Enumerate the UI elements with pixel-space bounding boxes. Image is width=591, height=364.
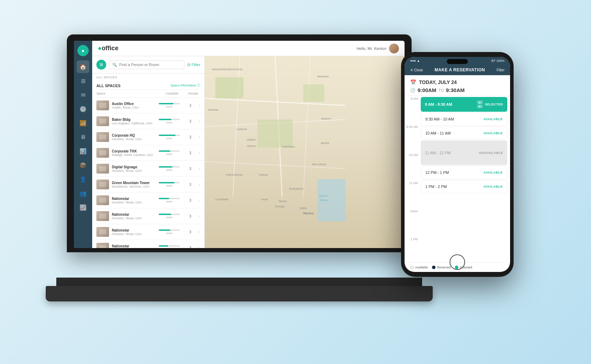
phone-camera bbox=[447, 59, 468, 64]
sidebar-icon-home[interactable]: 🏠 bbox=[77, 60, 89, 73]
spaces-panel: ⊞ 🔍 ⊟ Filter bbox=[92, 56, 205, 248]
availability-fill bbox=[159, 150, 170, 152]
time-label: 10 AM bbox=[405, 152, 421, 180]
time-slot[interactable]: 9 AM - 9:30 AM ▲ ▼ SELECTED bbox=[421, 97, 507, 112]
sidebar-icon-chart[interactable]: 📊 bbox=[77, 145, 89, 157]
time-labels: 9 AM9:30 AM10 AM11 AMNoon1 PM bbox=[405, 96, 421, 262]
space-row[interactable]: Nationstar Houston, Texas, USA xx/xx 3 › bbox=[92, 224, 204, 240]
space-name: Green Mountain Tower bbox=[112, 181, 155, 185]
phone-filter-button[interactable]: Filter bbox=[497, 68, 504, 72]
time-label: 9:30 AM bbox=[405, 124, 421, 152]
space-people-count: 3 bbox=[183, 104, 197, 108]
filter-button[interactable]: ⊟ Filter bbox=[187, 63, 200, 67]
svg-text:Midland: Midland bbox=[247, 138, 256, 141]
availability-bar bbox=[159, 229, 180, 231]
search-icon: 🔍 bbox=[112, 63, 117, 67]
sidebar-icon-user[interactable]: 👤 bbox=[77, 173, 89, 186]
space-location: Houston, Texas, USA bbox=[112, 137, 155, 141]
space-thumbnail bbox=[96, 180, 109, 189]
space-name: Digital Signage bbox=[112, 165, 155, 169]
laptop: ● 🏠 ⊞ ✉ 🕐 📶 🖥 📊 📦 👤 👥 📈 bbox=[67, 34, 412, 337]
space-availability: xx/xx bbox=[155, 150, 183, 156]
availability-bar bbox=[159, 119, 180, 120]
space-row[interactable]: Baker Bldg Los Angeles, California, USA … bbox=[92, 113, 204, 129]
space-info: Nationstar Houston, Texas, USA bbox=[112, 244, 155, 248]
svg-text:Delicias: Delicias bbox=[259, 174, 268, 176]
app-sidebar: ● 🏠 ⊞ ✉ 🕐 📶 🖥 📊 📦 👤 👥 📈 bbox=[74, 41, 92, 248]
space-info: Austin Office Austin, Texas, USA bbox=[112, 102, 155, 109]
svg-text:Durango: Durango bbox=[275, 205, 285, 208]
sidebar-icon-mail[interactable]: ✉ bbox=[77, 89, 89, 101]
sidebar-icon-analytics[interactable]: 📈 bbox=[77, 201, 89, 214]
slot-status-label: AVAILABLE bbox=[483, 171, 503, 174]
space-availability: xx/xx bbox=[155, 103, 183, 108]
time-label: 9 AM bbox=[405, 96, 421, 124]
time-slot[interactable]: 1 PM - 2 PM AVAILABLE bbox=[421, 180, 507, 193]
space-row[interactable]: Corporate THX Raleigh, North Carolina, U… bbox=[92, 145, 204, 161]
sidebar-icon-signal[interactable]: 📶 bbox=[77, 117, 89, 129]
legend-item: Available bbox=[410, 266, 428, 269]
space-name: Nationstar bbox=[112, 197, 155, 201]
app-header: ●office Hello, Mr. Kenton bbox=[92, 41, 405, 56]
chevron-right-icon: › bbox=[199, 245, 200, 248]
sidebar-icon-users[interactable]: 👥 bbox=[77, 187, 89, 200]
sidebar-icon-box[interactable]: 📦 bbox=[77, 159, 89, 171]
time-slot[interactable]: 11 AM - 12 PM UNAVAILABLE bbox=[421, 141, 507, 165]
space-info: Baker Bldg Los Angeles, California, USA bbox=[112, 118, 155, 125]
sidebar-icon-grid[interactable]: ⊞ bbox=[77, 74, 89, 87]
space-location: Houston, Texas, USA bbox=[112, 248, 155, 248]
availability-text: xx/xx bbox=[166, 137, 172, 140]
search-mode-toggle[interactable]: ⊞ bbox=[96, 60, 106, 70]
space-availability: xx/xx bbox=[155, 166, 183, 171]
space-row[interactable]: Nationstar Houston, Texas, USA xx/xx 3 › bbox=[92, 208, 204, 224]
signal-icon: ●●● ▲ bbox=[410, 59, 420, 63]
stepper-up[interactable]: ▲ bbox=[477, 100, 483, 104]
space-availability: xx/xx bbox=[155, 119, 183, 124]
time-slot[interactable]: 10 AM - 11 AM AVAILABLE bbox=[421, 126, 507, 140]
laptop-screen: ● 🏠 ⊞ ✉ 🕐 📶 🖥 📊 📦 👤 👥 📈 bbox=[74, 41, 405, 248]
availability-bar bbox=[159, 135, 180, 136]
time-label: Noon bbox=[405, 208, 421, 236]
phone-nav-title: MAKE A RESERVATION bbox=[434, 67, 485, 72]
availability-text: xx/xx bbox=[166, 232, 172, 235]
time-slots-area: 9 AM9:30 AM10 AM11 AMNoon1 PM 9 AM - 9:3… bbox=[405, 96, 510, 262]
space-row[interactable]: Digital Signage Houston, Texas, USA xx/x… bbox=[92, 161, 204, 177]
legend-dot-available bbox=[410, 266, 414, 269]
phone-date-section: 📅 TODAY, JULY 24 🕐 9:00AM TO 9:30AM bbox=[405, 75, 510, 96]
search-input[interactable] bbox=[119, 63, 181, 67]
svg-text:CHIHUAHUA: CHIHUAHUA bbox=[226, 173, 243, 176]
svg-text:Gulf of: Gulf of bbox=[319, 194, 328, 197]
space-location: Austin, Texas, USA bbox=[112, 106, 155, 109]
sidebar-icon-display[interactable]: 🖥 bbox=[77, 131, 89, 143]
spaces-panel-title: ALL SPACES Space Information ⓘ bbox=[92, 80, 204, 90]
laptop-body: ● 🏠 ⊞ ✉ 🕐 📶 🖥 📊 📦 👤 👥 📈 bbox=[67, 34, 412, 252]
stepper-down[interactable]: ▼ bbox=[477, 105, 483, 108]
user-avatar bbox=[389, 44, 399, 53]
filter-icon: ⊟ bbox=[187, 63, 190, 67]
slot-time-label: 12 PM - 1 PM bbox=[425, 170, 449, 175]
space-row[interactable]: Corporate HQ Houston, Texas, USA xx/xx 3… bbox=[92, 129, 204, 145]
space-availability: xx/xx bbox=[155, 214, 183, 219]
space-row[interactable]: Green Mountain Tower Woodstock, Vermont,… bbox=[92, 177, 204, 193]
space-location: Los Angeles, California, USA bbox=[112, 122, 155, 125]
svg-text:Parral: Parral bbox=[261, 198, 268, 201]
space-row[interactable]: Nationstar Houston, Texas, USA xx/xx 3 › bbox=[92, 240, 204, 248]
panel-info[interactable]: Space Information ⓘ bbox=[170, 83, 200, 88]
search-input-wrap[interactable]: 🔍 bbox=[109, 60, 184, 69]
space-row[interactable]: Nationstar Houston, Texas, USA xx/xx 3 › bbox=[92, 193, 204, 208]
space-row[interactable]: Austin Office Austin, Texas, USA xx/xx 3… bbox=[92, 98, 204, 113]
svg-text:Torreon: Torreon bbox=[279, 200, 287, 202]
phone-home-button[interactable] bbox=[450, 254, 465, 270]
space-name: Austin Office bbox=[112, 102, 155, 106]
space-availability: xx/xx bbox=[155, 135, 183, 140]
time-slot[interactable]: 12 PM - 1 PM AVAILABLE bbox=[421, 166, 507, 179]
space-location: Houston, Texas, USA bbox=[112, 232, 155, 236]
availability-bar bbox=[159, 166, 180, 168]
battery-status: BT 100% bbox=[491, 59, 504, 63]
sidebar-icon-clock[interactable]: 🕐 bbox=[77, 103, 89, 115]
space-thumbnail bbox=[96, 227, 109, 237]
slot-stepper[interactable]: ▲ ▼ bbox=[477, 100, 483, 108]
time-slot[interactable]: 9:30 AM - 10 AM AVAILABLE bbox=[421, 112, 507, 126]
laptop-base-bottom bbox=[46, 286, 433, 301]
close-button[interactable]: ✕ Close bbox=[410, 68, 423, 72]
